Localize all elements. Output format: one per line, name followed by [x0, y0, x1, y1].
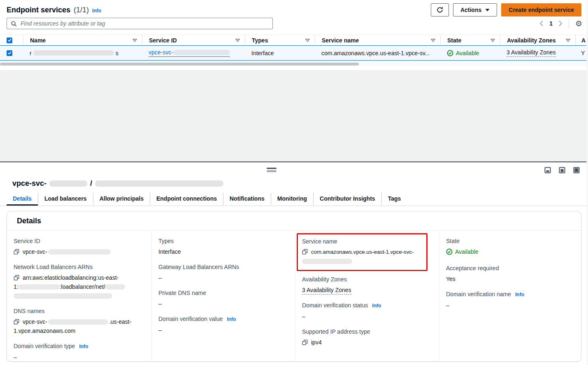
resource-count: (1/1) [74, 6, 89, 14]
refresh-icon [437, 7, 443, 13]
panel-tabs: Details Load balancers Allow principals … [7, 193, 407, 206]
state-status: Available [446, 247, 479, 256]
actions-button-label: Actions [460, 7, 481, 13]
panel-layout-medium-icon[interactable] [559, 167, 565, 173]
filter-caret-icon[interactable] [490, 39, 495, 42]
field-domain-verification-value: Domain verification valueInfo – [158, 315, 287, 335]
service-name-highlight-box: Service name com.amazonaws.vpce.us-east-… [297, 233, 428, 271]
row-service-name-value: com.amazonaws.vpce.us-east-1.vpce-sv... [321, 50, 430, 56]
tab-monitoring[interactable]: Monitoring [271, 193, 313, 206]
next-page-icon[interactable] [559, 21, 562, 26]
column-header-label: Service name [322, 37, 359, 44]
panel-title: vpce-svc- / [12, 179, 223, 188]
copy-icon[interactable] [14, 249, 19, 255]
redacted-text [14, 293, 112, 299]
redacted-text [173, 50, 230, 55]
tab-load-balancers[interactable]: Load balancers [38, 193, 93, 206]
table-header-row: Name Service ID Types Service name State… [0, 35, 588, 45]
refresh-button[interactable] [431, 3, 449, 16]
field-label: Domain verification name [446, 290, 511, 298]
field-label: State [446, 237, 460, 245]
field-private-dns-name: Private DNS name – [158, 289, 287, 308]
row-truncated-value: Y [581, 50, 585, 56]
field-acceptance-required: Acceptance required Yes [446, 264, 573, 283]
copy-icon[interactable] [302, 249, 308, 255]
column-header-label: A [581, 37, 586, 44]
column-header-label: Types [252, 37, 268, 44]
page-number[interactable]: 1 [549, 20, 553, 27]
pagination: 1 ⚙ [539, 19, 582, 28]
column-header-service-id[interactable]: Service ID [142, 35, 245, 45]
row-types-value: Interface [251, 50, 274, 56]
success-check-icon [447, 50, 453, 56]
details-card: Details Service ID vpce-svc- Network Loa… [7, 211, 581, 362]
search-input[interactable] [20, 20, 269, 27]
row-select-cell [0, 46, 23, 60]
previous-page-icon[interactable] [539, 21, 543, 26]
filter-caret-icon[interactable] [132, 39, 137, 42]
filter-caret-icon[interactable] [305, 39, 310, 42]
tab-allow-principals[interactable]: Allow principals [93, 193, 150, 206]
field-value: 1.vpce.amazonaws.com [14, 328, 75, 334]
field-value: :loadbalancer/net/ [60, 283, 105, 290]
field-dns-names: DNS names vpce-svc-.us-east- 1.vpce.amaz… [14, 307, 143, 335]
panel-layout-large-icon[interactable] [573, 167, 580, 173]
field-label: Supported IP address type [302, 328, 370, 336]
info-link[interactable]: Info [515, 290, 524, 299]
column-header-name[interactable]: Name [23, 35, 142, 45]
filter-caret-icon[interactable] [235, 39, 240, 42]
table-row[interactable]: rs vpce-svc- Interface com.amazonaws.vpc… [0, 45, 588, 61]
field-value: vpce-svc- [23, 318, 47, 325]
field-value: .us-east- [109, 318, 131, 325]
column-header-types[interactable]: Types [245, 35, 315, 45]
copy-icon[interactable] [14, 275, 19, 281]
row-checkbox[interactable] [7, 50, 12, 56]
field-availability-zones: Availability Zones 3 Availability Zones [302, 275, 431, 295]
field-supported-ip-address-type: Supported IP address type ipv4 [302, 328, 431, 347]
info-link[interactable]: Info [372, 302, 381, 310]
field-service-name: Service name com.amazonaws.vpce.us-east-… [302, 237, 422, 266]
vertical-scrollbar[interactable] [586, 0, 588, 365]
copy-icon[interactable] [302, 339, 308, 345]
availability-zones-popover-link[interactable]: 3 Availability Zones [302, 287, 351, 295]
column-header-service-name[interactable]: Service name [315, 35, 440, 45]
tab-contributor-insights[interactable]: Contributor Insights [313, 193, 381, 206]
split-panel-drag-handle[interactable] [267, 168, 277, 172]
select-all-checkbox[interactable] [7, 37, 12, 43]
column-header-state[interactable]: State [440, 35, 500, 45]
tabs-divider [0, 206, 588, 206]
horizontal-scrollbar [0, 61, 588, 66]
redacted-text [302, 259, 352, 264]
settings-gear-icon[interactable]: ⚙ [575, 20, 582, 28]
filter-caret-icon[interactable] [566, 39, 570, 42]
panel-layout-small-icon[interactable] [544, 167, 551, 173]
info-link[interactable]: Info [79, 342, 88, 351]
field-label: Service ID [14, 237, 40, 245]
field-value: Yes [446, 276, 456, 282]
filter-caret-icon[interactable] [431, 39, 435, 42]
info-link[interactable]: Info [227, 315, 236, 323]
content-background [0, 70, 588, 161]
search-box[interactable] [7, 18, 273, 29]
tab-endpoint-connections[interactable]: Endpoint connections [150, 193, 223, 206]
tab-details[interactable]: Details [7, 193, 38, 206]
redacted-text [33, 50, 114, 56]
redacted-text [105, 284, 125, 290]
horizontal-scrollbar-thumb[interactable] [0, 63, 359, 66]
copy-icon[interactable] [14, 319, 19, 325]
availability-zones-popover-link[interactable]: 3 Availability Zones [507, 49, 556, 57]
state-label: Available [456, 50, 479, 56]
header-actions: Actions Create endpoint service [431, 3, 581, 16]
pagination-divider [569, 19, 569, 28]
redacted-text [95, 180, 223, 187]
column-header-availability-zones[interactable]: Availability Zones [500, 35, 575, 45]
drag-handle-bar [267, 170, 277, 172]
actions-button[interactable]: Actions [453, 3, 497, 16]
field-value: – [446, 302, 449, 309]
service-id-link[interactable]: vpce-svc- [149, 49, 230, 57]
tab-notifications[interactable]: Notifications [223, 193, 271, 206]
field-value: – [158, 274, 162, 281]
create-endpoint-service-button[interactable]: Create endpoint service [501, 3, 581, 16]
info-link[interactable]: Info [92, 8, 101, 14]
tab-tags[interactable]: Tags [381, 193, 407, 206]
